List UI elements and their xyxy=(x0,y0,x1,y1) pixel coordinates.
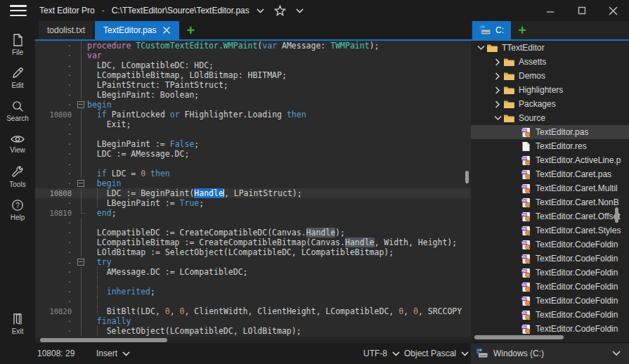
tree-item-texteditor.codefoldin[interactable]: PASTextEditor.CodeFoldin xyxy=(471,238,629,252)
code-line-current[interactable]: 10808 LDC := BeginPaint(Handle, LPaintSt… xyxy=(35,188,471,198)
tree-item-ttexteditor[interactable]: TTextEditor xyxy=(471,41,629,55)
tree-item-texteditor.codefoldin[interactable]: PASTextEditor.CodeFoldin xyxy=(471,308,629,322)
fold-margin xyxy=(76,247,87,257)
tree-item-source[interactable]: Source xyxy=(471,111,629,125)
code-line[interactable]: · finally xyxy=(35,316,471,326)
tab-texteditor.pas[interactable]: TextEditor.pas xyxy=(95,21,179,39)
encoding-dropdown[interactable]: UTF-8 xyxy=(363,343,400,364)
recent-files-chevron-down-icon[interactable] xyxy=(254,7,267,15)
fold-collapse-icon[interactable] xyxy=(76,178,87,188)
code-line[interactable]: · LCompatibleDC := CreateCompatibleDC(Ca… xyxy=(35,228,471,238)
svg-text:PAS: PAS xyxy=(521,298,527,301)
tree-item-texteditor.pas[interactable]: PASTextEditor.pas xyxy=(471,125,629,139)
folder-icon xyxy=(486,42,498,53)
tree-item-label: TextEditor.Caret.pas xyxy=(536,169,611,179)
fold-collapse-icon[interactable] xyxy=(76,257,87,267)
code-line[interactable]: ·procedure TCustomTextEditor.WMPaint(var… xyxy=(35,41,471,51)
code-text: LDC := BeginPaint(Handle, LPaintStruct); xyxy=(87,188,302,198)
tree-horizontal-scrollbar-thumb[interactable] xyxy=(474,335,564,339)
code-editor[interactable]: ·procedure TCustomTextEditor.WMPaint(var… xyxy=(35,41,471,337)
editor-hscroll-thumb[interactable] xyxy=(40,338,167,342)
code-line[interactable]: 10820 BitBlt(LDC, 0, 0, ClientWidth, Cli… xyxy=(35,306,471,316)
file-path: C:\TTextEditor\Source\TextEditor.pas xyxy=(112,6,249,15)
code-line[interactable]: - try xyxy=(35,257,471,267)
code-line[interactable]: · xyxy=(35,277,471,287)
minimize-button[interactable] xyxy=(534,0,566,21)
close-button[interactable] xyxy=(597,0,629,21)
sidebar-item-view[interactable]: View xyxy=(0,127,35,160)
chevron-right-icon[interactable] xyxy=(492,100,503,108)
tree-vertical-scrollbar-thumb[interactable] xyxy=(615,207,618,223)
code-line[interactable]: · LDC := AMessage.DC; xyxy=(35,149,471,159)
code-line[interactable]: · xyxy=(35,218,471,228)
editor-horizontal-scrollbar[interactable] xyxy=(35,337,471,343)
code-line[interactable]: · SelectObject(LCompatibleDC, LOldBitmap… xyxy=(35,326,471,336)
sidebar-item-label: View xyxy=(10,146,25,154)
tree-item-demos[interactable]: Demos xyxy=(471,69,629,83)
sidebar-item-exit[interactable]: Exit xyxy=(0,308,35,339)
code-line[interactable]: · begin xyxy=(35,178,471,188)
code-line[interactable]: · inherited; xyxy=(35,287,471,297)
tree-item-texteditor.caret.styles[interactable]: PASTextEditor.Caret.Styles xyxy=(471,223,629,238)
tree-item-texteditor.activeline.p[interactable]: PASTextEditor.ActiveLine.p xyxy=(471,153,629,167)
code-line[interactable]: · AMessage.DC := LCompatibleDC; xyxy=(35,267,471,277)
chevron-down-icon[interactable] xyxy=(492,115,503,121)
tree-item-texteditor.caret.offset[interactable]: PASTextEditor.Caret.Offset xyxy=(471,209,629,223)
code-line[interactable]: · LCompatibleBitmap, LOldBitmap: HBITMAP… xyxy=(35,70,471,80)
chevron-right-icon[interactable] xyxy=(492,72,503,80)
code-line[interactable]: - xyxy=(35,159,471,169)
tree-item-texteditor.codefoldin[interactable]: PASTextEditor.CodeFoldin xyxy=(471,294,629,308)
svg-text:PAS: PAS xyxy=(521,171,527,174)
tree-item-highlighters[interactable]: Highlighters xyxy=(471,83,629,97)
sidebar-item-file[interactable]: File xyxy=(0,28,35,61)
new-tab-button[interactable]: + xyxy=(179,21,202,39)
code-line[interactable]: · xyxy=(35,297,471,306)
code-line[interactable]: · Exit; xyxy=(35,119,471,129)
sidebar-item-edit[interactable]: Edit xyxy=(0,61,35,94)
editor-vscroll-thumb[interactable] xyxy=(465,171,469,183)
app-window: Text Editor Pro - C:\TTextEditor\Source\… xyxy=(0,0,629,364)
fold-collapse-icon[interactable] xyxy=(76,100,87,110)
code-line[interactable]: 10810 end; xyxy=(35,208,471,218)
gutter-line-number: · xyxy=(35,90,76,100)
drive-tab-c[interactable]: C: xyxy=(472,21,511,39)
tree-item-texteditor.codefoldin[interactable]: PASTextEditor.CodeFoldin xyxy=(471,322,629,334)
tree-item-texteditor.codefoldin[interactable]: PASTextEditor.CodeFoldin xyxy=(471,280,629,294)
sidebar-item-search[interactable]: Search xyxy=(0,94,35,127)
tree-item-assetts[interactable]: Assetts xyxy=(471,55,629,69)
tab-close-icon[interactable] xyxy=(162,26,171,34)
chevron-right-icon[interactable] xyxy=(492,86,503,94)
tree-item-texteditor.res[interactable]: TextEditor.res xyxy=(471,139,629,153)
maximize-button[interactable] xyxy=(566,0,597,21)
code-line[interactable]: · LOldBitmap := SelectObject(LCompatible… xyxy=(35,247,471,257)
code-line[interactable]: - LDC, LCompatibleDC: HDC; xyxy=(35,60,471,70)
sidebar-item-tools[interactable]: Tools xyxy=(0,160,35,193)
code-line[interactable]: · xyxy=(35,129,471,139)
code-line[interactable]: 10800 if PaintLocked or FHighlighter.Loa… xyxy=(35,110,471,119)
tree-item-texteditor.caret.pas[interactable]: PASTextEditor.Caret.pas xyxy=(471,167,629,181)
tree-item-texteditor.codefoldin[interactable]: PASTextEditor.CodeFoldin xyxy=(471,266,629,280)
code-line[interactable]: · LPaintStruct: TPaintStruct; xyxy=(35,80,471,90)
code-line[interactable]: ·begin xyxy=(35,100,471,110)
code-line[interactable]: ·var xyxy=(35,51,471,60)
code-line[interactable]: · LBeginPaint := True; xyxy=(35,198,471,208)
language-dropdown[interactable]: Object Pascal xyxy=(404,343,469,364)
tree-item-texteditor.codefoldin[interactable]: PASTextEditor.CodeFoldin xyxy=(471,252,629,266)
tree-item-texteditor.caret.multil[interactable]: PASTextEditor.Caret.Multil xyxy=(471,181,629,195)
insert-mode-dropdown[interactable]: Insert xyxy=(96,343,130,364)
sidebar-item-help[interactable]: ?Help xyxy=(0,193,35,226)
chevron-right-icon[interactable] xyxy=(492,58,503,66)
code-line[interactable]: · if LDC = 0 then xyxy=(35,169,471,178)
favorites-chevron-down-icon[interactable] xyxy=(293,7,306,15)
code-line[interactable]: · LBeginPaint := False; xyxy=(35,139,471,149)
add-drive-tab-button[interactable]: + xyxy=(511,21,533,39)
tree-item-packages[interactable]: Packages xyxy=(471,97,629,111)
tab-todolist.txt[interactable]: todolist.txt xyxy=(39,21,93,39)
favorite-star-icon[interactable] xyxy=(271,4,289,18)
chevron-down-icon[interactable] xyxy=(475,45,486,51)
drive-select-combo[interactable]: Windows (C:) xyxy=(471,342,629,364)
tree-item-texteditor.caret.nonb[interactable]: PASTextEditor.Caret.NonB xyxy=(471,195,629,209)
code-line[interactable]: · LBeginPaint: Boolean; xyxy=(35,90,471,100)
code-line[interactable]: · LCompatibleBitmap := CreateCompatibleB… xyxy=(35,238,471,247)
hamburger-menu-icon[interactable] xyxy=(10,5,27,16)
